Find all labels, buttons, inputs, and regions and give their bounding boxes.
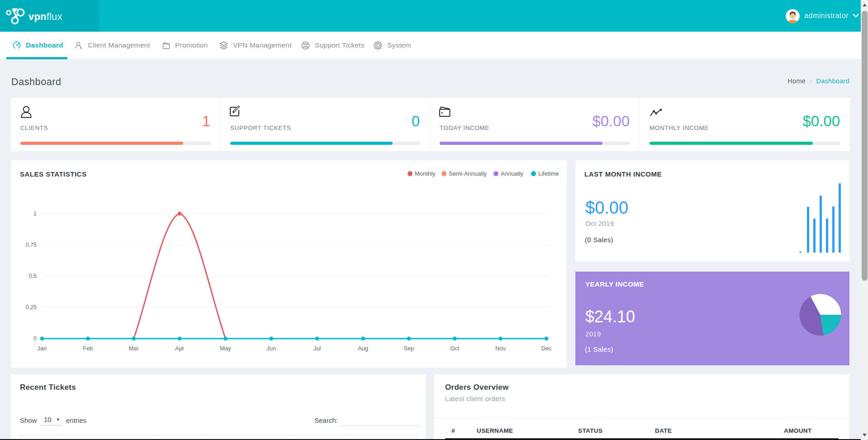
- svg-text:Jan: Jan: [38, 345, 47, 352]
- svg-text:0: 0: [33, 335, 37, 342]
- svg-text:May: May: [220, 345, 231, 352]
- svg-text:0.75: 0.75: [26, 242, 37, 248]
- svg-text:Jun: Jun: [266, 345, 276, 352]
- svg-text:Apr: Apr: [175, 345, 185, 352]
- svg-text:Feb: Feb: [83, 345, 93, 352]
- svg-text:Aug: Aug: [358, 345, 368, 352]
- svg-text:0.25: 0.25: [26, 304, 37, 311]
- svg-text:Dec: Dec: [541, 345, 552, 352]
- svg-text:Jul: Jul: [313, 345, 321, 352]
- svg-text:0.5: 0.5: [29, 273, 37, 279]
- svg-text:1: 1: [33, 210, 37, 217]
- svg-text:Sep: Sep: [403, 345, 414, 352]
- svg-text:Oct: Oct: [450, 345, 460, 352]
- svg-text:Mar: Mar: [129, 345, 139, 352]
- svg-text:Nov: Nov: [495, 345, 506, 352]
